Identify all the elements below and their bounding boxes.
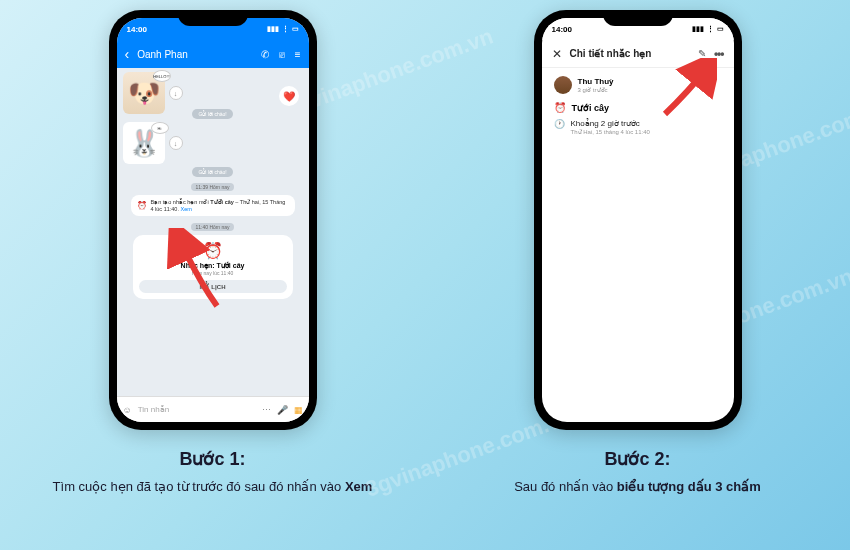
page-title: Chi tiết nhắc hẹn [570,48,690,59]
back-icon[interactable]: ‹ [125,46,130,62]
message-input[interactable]: Tin nhắn [138,405,256,414]
time-divider: 11:40 Hôm nay [191,223,235,231]
step-description: Tìm cuộc hẹn đã tạo từ trước đó sau đó n… [53,478,373,496]
clock-icon: ⏰ [137,201,147,210]
step-2-label: Bước 2: Sau đó nhấn vào biểu tượng dấu 3… [514,448,761,496]
notification-text: Bạn tạo nhắc hẹn mới Tưới cây – Thứ hai,… [151,199,289,212]
resend-pill[interactable]: Gửi lời chào! [192,167,232,177]
phone-notch [603,10,673,26]
creator-name: Thu Thuỳ [578,77,614,86]
chat-input-bar: ☺ Tin nhắn ⋯ 🎤 ▦ [117,396,309,422]
creator-row[interactable]: Thu Thuỳ 3 giờ trước [554,76,722,94]
time-absolute: Thứ Hai, 15 tháng 4 lúc 11:40 [571,128,650,135]
chat-screen: 14:00 ▮▮▮ ⋮ ▭ ‹ Oanh Phan ✆ ⎚ ≡ [117,18,309,422]
creator-subtitle: 3 giờ trước [578,86,614,93]
phone-frame-1: 14:00 ▮▮▮ ⋮ ▭ ‹ Oanh Phan ✆ ⎚ ≡ [109,10,317,430]
chat-body[interactable]: 🐶 HELLO!!! ↓ ❤️ Gửi lời chào! 🐰 Hi ↓ [117,68,309,396]
resend-pill[interactable]: Gửi lời chào! [192,109,232,119]
battery-icon: ▭ [292,25,299,33]
status-time: 14:00 [552,25,572,34]
detail-header: ✕ Chi tiết nhắc hẹn ✎ ••• [542,40,734,68]
edit-icon[interactable]: ✎ [698,48,706,59]
step-description: Sau đó nhấn vào biểu tượng dấu 3 chấm [514,478,761,496]
reminder-card[interactable]: ⏰ Nhắc hẹn: Tưới cây Hôm nay lúc 11:40 M… [133,235,293,299]
menu-icon[interactable]: ≡ [295,49,301,60]
signal-icon: ▮▮▮ [692,25,704,33]
open-calendar-button[interactable]: MỞ LỊCH [139,280,287,293]
time-relative: Khoảng 2 giờ trước [571,119,650,128]
more-dots-icon[interactable]: ••• [714,47,724,61]
download-icon[interactable]: ↓ [169,136,183,150]
call-icon[interactable]: ✆ [261,49,269,60]
sticker-bubble: HELLO!!! [153,70,171,82]
clock-icon: 🕐 [554,119,565,129]
video-icon[interactable]: ⎚ [279,49,285,60]
download-icon[interactable]: ↓ [169,86,183,100]
reminder-subtitle: Hôm nay lúc 11:40 [139,270,287,276]
signal-icon: ▮▮▮ [267,25,279,33]
sticker-message-2: 🐰 Hi ↓ [123,122,303,164]
status-time: 14:00 [127,25,147,34]
reminder-notification[interactable]: ⏰ Bạn tạo nhắc hẹn mới Tưới cây – Thứ ha… [131,195,295,216]
emoji-icon[interactable]: ☺ [123,405,132,415]
wifi-icon: ⋮ [707,25,714,33]
time-divider: 11:39 Hôm nay [191,183,235,191]
detail-screen: 14:00 ▮▮▮ ⋮ ▭ ✕ Chi tiết nhắc hẹn ✎ ••• [542,18,734,422]
event-name: Tưới cây [572,103,610,113]
header-actions: ✆ ⎚ ≡ [261,49,301,60]
wifi-icon: ⋮ [282,25,289,33]
sticker-message-1: 🐶 HELLO!!! ↓ [123,72,303,114]
step-2: 14:00 ▮▮▮ ⋮ ▭ ✕ Chi tiết nhắc hẹn ✎ ••• [478,10,798,496]
sticker-bubble: Hi [151,122,169,134]
steps-container: 14:00 ▮▮▮ ⋮ ▭ ‹ Oanh Phan ✆ ⎚ ≡ [0,0,850,496]
step-title: Bước 1: [53,448,373,470]
status-icons: ▮▮▮ ⋮ ▭ [692,25,724,33]
alarm-icon: ⏰ [139,241,287,260]
reminder-title: Nhắc hẹn: Tưới cây [139,262,287,270]
image-icon[interactable]: ▦ [294,405,303,415]
event-row: ⏰ Tưới cây [554,102,722,113]
contact-name[interactable]: Oanh Phan [137,49,252,60]
phone-frame-2: 14:00 ▮▮▮ ⋮ ▭ ✕ Chi tiết nhắc hẹn ✎ ••• [534,10,742,430]
phone-notch [178,10,248,26]
step-title: Bước 2: [514,448,761,470]
status-icons: ▮▮▮ ⋮ ▭ [267,25,299,33]
time-row: 🕐 Khoảng 2 giờ trước Thứ Hai, 15 tháng 4… [554,119,722,135]
chat-header: ‹ Oanh Phan ✆ ⎚ ≡ [117,40,309,68]
step-1: 14:00 ▮▮▮ ⋮ ▭ ‹ Oanh Phan ✆ ⎚ ≡ [53,10,373,496]
detail-body: Thu Thuỳ 3 giờ trước ⏰ Tưới cây 🕐 Khoảng… [542,68,734,143]
battery-icon: ▭ [717,25,724,33]
step-1-label: Bước 1: Tìm cuộc hẹn đã tạo từ trước đó … [53,448,373,496]
more-icon[interactable]: ⋯ [262,405,271,415]
xem-link[interactable]: Xem [180,206,191,212]
avatar [554,76,572,94]
heart-reaction[interactable]: ❤️ [279,86,299,106]
close-icon[interactable]: ✕ [552,47,562,61]
mic-icon[interactable]: 🎤 [277,405,288,415]
alarm-icon: ⏰ [554,102,566,113]
